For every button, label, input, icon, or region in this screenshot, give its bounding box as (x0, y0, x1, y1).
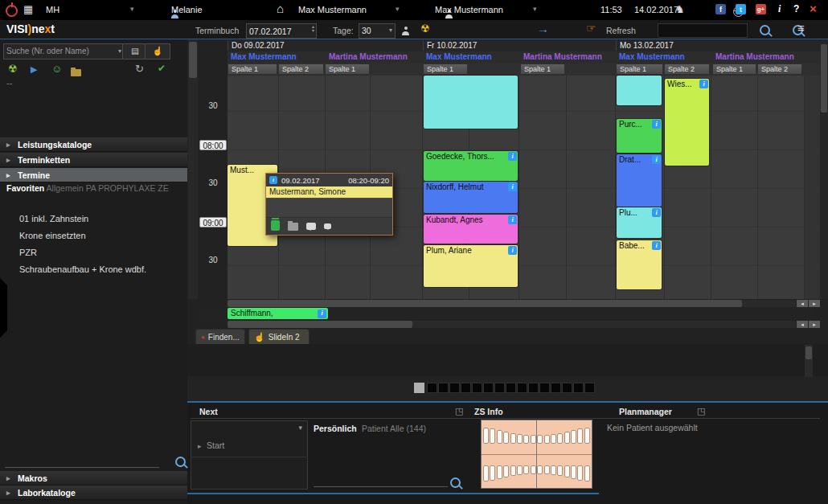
tooth (523, 465, 529, 474)
next-search-input[interactable] (314, 475, 448, 487)
tooth (523, 435, 529, 444)
tooth (510, 433, 516, 444)
tooth (544, 435, 550, 444)
next-search-icon[interactable] (450, 477, 461, 488)
tooth (551, 434, 556, 444)
tooth (584, 465, 590, 481)
tooth (564, 465, 570, 477)
chart-centerline (536, 420, 537, 488)
no-patient-label: Kein Patient ausgewählt (607, 423, 698, 432)
next-panel-box: ▾ ▸ Start (191, 420, 308, 490)
tooth (531, 435, 536, 444)
expand-icon[interactable]: ◳ (455, 406, 463, 416)
chevron-icon: ▸ (198, 442, 202, 450)
tooth (564, 432, 570, 444)
tooth (531, 465, 536, 474)
tooth (497, 430, 502, 444)
panel-header-divider (191, 418, 820, 419)
appointment-tooltip: i 09.02.2017 08:20-09:20 Mustermann, Sim… (265, 173, 393, 236)
tooth (584, 428, 590, 444)
tooth (557, 433, 563, 444)
next-panel-title: Next (199, 407, 218, 416)
tooltip-header: i 09.02.2017 08:20-09:20 (266, 174, 392, 186)
next-dropdown-icon[interactable]: ▾ (298, 424, 302, 432)
tooth (483, 428, 489, 444)
tooltip-patient: Mustermann, Simone (266, 186, 392, 198)
tooltip-date: 09.02.2017 (281, 176, 320, 185)
tooth (577, 428, 583, 444)
bottom-panel: Next ◳ ZS Info Planmanager ◳ ▾ ▸ Start P… (0, 0, 828, 504)
divider (192, 457, 306, 457)
tooltip-actions (266, 218, 392, 233)
delete-icon[interactable] (271, 220, 280, 231)
chat-icon[interactable] (324, 223, 331, 229)
expand-icon[interactable]: ◳ (697, 406, 705, 416)
tooth (503, 432, 509, 444)
planmanager-panel-title: Planmanager (619, 407, 672, 416)
tooth (490, 428, 495, 444)
app-window: ▦ MH ▾ Melanie ⌂ Max Mustermann ▾ Max Mu… (0, 0, 828, 504)
tooth (551, 465, 556, 475)
tooth (577, 465, 583, 481)
tooth (517, 465, 523, 475)
start-button[interactable]: Start (207, 440, 224, 450)
tooth (497, 465, 502, 479)
tooltip-body (266, 198, 392, 218)
tooth (537, 435, 543, 444)
tooth (483, 465, 489, 481)
tooth (490, 465, 495, 481)
dental-chart[interactable] (481, 420, 592, 489)
patient-filter-label[interactable]: Patient Alle (144) (362, 424, 426, 433)
tooth (537, 465, 543, 474)
tooth (517, 434, 523, 444)
tooltip-timerange: 08:20-09:20 (348, 176, 389, 185)
personal-filter-label[interactable]: Persönlich (314, 424, 357, 433)
tooth (503, 465, 509, 477)
tooth (544, 465, 550, 474)
tooth (571, 430, 576, 444)
zsinfo-panel-title: ZS Info (474, 407, 503, 416)
tooth (510, 465, 516, 476)
chat-icon[interactable] (306, 223, 316, 230)
info-icon: i (269, 176, 277, 184)
tooth (557, 465, 563, 476)
tooth (571, 465, 576, 479)
folder-icon[interactable] (288, 223, 298, 231)
